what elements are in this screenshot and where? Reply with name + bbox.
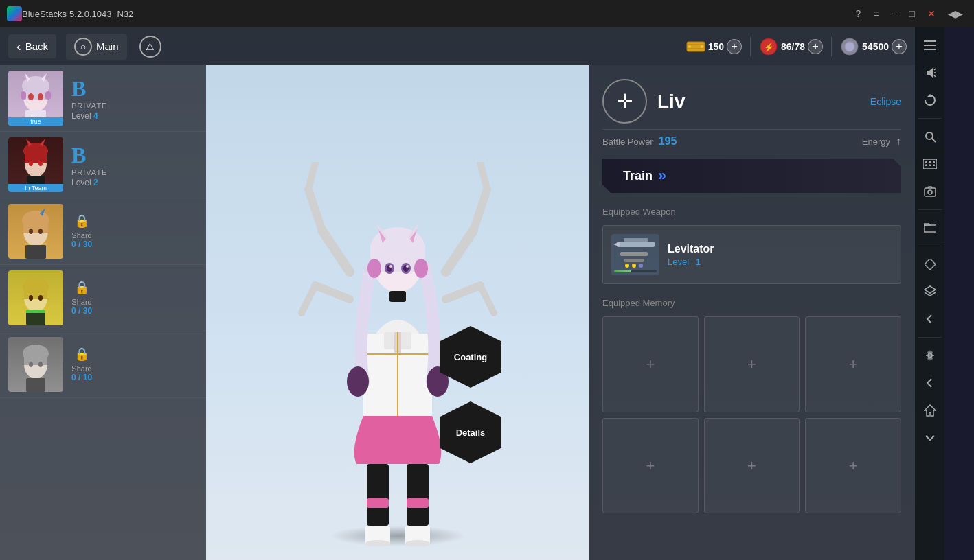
energy-label: Energy: [862, 137, 890, 147]
memory-slot[interactable]: +: [704, 316, 800, 412]
weapon-icon: [611, 234, 659, 275]
char-rank: B: [71, 76, 198, 102]
sidebar-down-icon[interactable]: [918, 425, 942, 450]
character-item[interactable]: In Team B PRIVATE Level 2: [0, 132, 206, 198]
sidebar-diamond-icon[interactable]: [918, 252, 942, 277]
svg-point-38: [38, 295, 43, 301]
svg-rect-40: [26, 310, 45, 313]
svg-rect-2: [687, 48, 705, 49]
add-energy-button[interactable]: +: [808, 39, 823, 54]
app-version: 5.2.0.1043: [69, 9, 111, 19]
battle-power-value: 195: [659, 135, 677, 148]
svg-rect-43: [24, 353, 47, 365]
svg-rect-113: [933, 165, 935, 167]
svg-point-8: [845, 42, 854, 51]
energy-value: 86/78: [781, 41, 805, 52]
app-name: BlueStacks: [22, 9, 67, 19]
sidebar-back-icon[interactable]: [918, 307, 942, 331]
train-button[interactable]: Train »: [602, 159, 901, 193]
back-button[interactable]: ‹ Back: [8, 34, 56, 58]
main-icon: ○: [74, 38, 92, 56]
alert-icon[interactable]: ⚠: [139, 36, 161, 58]
resource-bar: 150 + ⚡ 86/78 +: [686, 37, 907, 56]
svg-line-56: [480, 285, 494, 313]
svg-rect-33: [25, 245, 46, 259]
sidebar-keyboard-icon[interactable]: [918, 152, 942, 176]
svg-rect-92: [620, 252, 648, 256]
sidebar-rotate-icon[interactable]: [918, 88, 942, 113]
svg-rect-99: [924, 49, 936, 50]
memory-slot[interactable]: +: [602, 316, 699, 412]
memory-slot[interactable]: +: [602, 418, 699, 514]
sidebar-folder-icon[interactable]: [918, 215, 942, 240]
svg-line-53: [473, 189, 487, 231]
coating-button[interactable]: Coating: [440, 326, 501, 388]
svg-point-32: [38, 229, 43, 234]
svg-point-14: [28, 93, 34, 100]
sidebar-screenshot-icon[interactable]: [918, 179, 942, 204]
ticket-icon: [686, 37, 705, 56]
character-avatar: true: [8, 71, 63, 126]
svg-rect-89: [617, 242, 655, 247]
character-avatar: [8, 270, 63, 325]
add-gold-button[interactable]: +: [892, 39, 907, 54]
char-level: Level 2: [71, 178, 198, 187]
weapon-card[interactable]: Levitator Level 1: [602, 225, 901, 284]
details-button[interactable]: Details: [440, 401, 501, 463]
character-item[interactable]: true B PRIVATE Level 4: [0, 65, 206, 132]
memory-slot[interactable]: +: [805, 316, 901, 412]
sidebar-back2-icon[interactable]: [918, 371, 942, 395]
character-item[interactable]: 🔒 Shard 0 / 30: [0, 198, 206, 265]
svg-line-51: [302, 285, 315, 313]
svg-rect-39: [26, 312, 45, 325]
restore-button[interactable]: □: [905, 7, 919, 21]
svg-text:⚡: ⚡: [764, 42, 774, 52]
sidebar-layers-icon[interactable]: [918, 279, 942, 304]
character-display-area: Coating Details: [206, 65, 589, 560]
main-button[interactable]: ○ Main: [66, 34, 127, 60]
svg-rect-108: [925, 161, 927, 163]
train-arrows: »: [658, 167, 666, 185]
back-label: Back: [25, 40, 48, 52]
help-button[interactable]: ?: [851, 7, 865, 21]
memory-slot[interactable]: +: [805, 418, 901, 514]
close-button[interactable]: ✕: [923, 7, 940, 21]
svg-point-24: [29, 161, 33, 166]
character-item[interactable]: 🔒 Shard 0 / 30: [0, 265, 206, 331]
svg-point-31: [29, 229, 33, 234]
gold-value: 54500: [862, 41, 889, 52]
svg-line-106: [932, 139, 936, 142]
svg-rect-114: [925, 188, 936, 196]
sidebar-search-icon[interactable]: [918, 124, 942, 149]
svg-point-45: [38, 362, 43, 367]
menu-button[interactable]: ≡: [869, 7, 883, 21]
svg-rect-21: [25, 151, 47, 163]
lock-icon: 🔒: [74, 280, 89, 295]
svg-line-55: [446, 285, 480, 299]
train-label: Train: [623, 169, 653, 183]
character-list: true B PRIVATE Level 4: [0, 65, 206, 560]
memory-slot[interactable]: +: [704, 418, 800, 514]
sidebar-volume-icon[interactable]: [918, 60, 942, 85]
svg-line-52: [446, 231, 473, 272]
minimize-button[interactable]: −: [887, 7, 901, 21]
svg-point-95: [632, 264, 636, 268]
sidebar-home-icon[interactable]: [918, 398, 942, 423]
character-subtitle[interactable]: Eclipse: [870, 96, 901, 107]
details-label: Details: [456, 428, 486, 438]
lock-icon: 🔒: [74, 213, 89, 229]
lock-icon: 🔒: [74, 347, 89, 362]
character-header: ✛ Liv Eclipse: [602, 79, 901, 124]
sidebar-expand-icon[interactable]: [918, 33, 942, 58]
character-item[interactable]: 🔒 Shard 0 / 10: [0, 331, 206, 398]
svg-line-50: [315, 285, 350, 299]
weapon-level: Level 1: [668, 257, 714, 267]
expand-button[interactable]: ◀▶: [944, 7, 967, 21]
svg-rect-109: [929, 161, 931, 163]
right-sidebar: [915, 27, 944, 560]
sidebar-settings-icon[interactable]: [918, 343, 942, 368]
energy-icon: ⚡: [759, 37, 778, 56]
svg-point-4: [701, 45, 703, 48]
add-ticket-button[interactable]: +: [727, 39, 742, 54]
svg-rect-80: [367, 464, 389, 526]
